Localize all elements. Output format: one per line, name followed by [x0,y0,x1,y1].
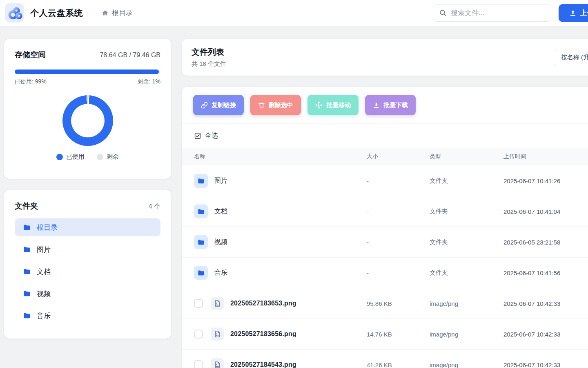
row-checkbox[interactable] [194,360,203,368]
legend-used-label: 已使用 [66,153,85,161]
breadcrumb-label: 根目录 [112,8,133,18]
row-time: 2025-06-07 10:42:33 [503,331,588,338]
storage-used-label: 已使用: 99% [15,78,47,85]
folder-icon [23,312,31,320]
table-row[interactable]: 音乐 - 文件夹 2025-06-07 10:41:56 [182,258,588,288]
search-box[interactable] [433,4,551,22]
row-type: image/png [430,300,503,307]
legend-free-dot [97,154,103,160]
row-name: 图片 [214,177,227,185]
upload-icon [569,9,577,17]
folder-icon [194,174,208,188]
row-time: 2025-06-07 10:42:33 [503,361,588,368]
select-all-label: 全选 [205,132,218,140]
batch-actions-bar: 复制链接 删除选中 批量移动 [182,87,588,124]
cloud-drive-app: 个人云盘系统 根目录 上传 存储空间 7 [0,0,588,368]
legend-free-label: 剩余 [107,153,119,161]
sidebar-item-documents[interactable]: 文档 [15,263,160,280]
upload-button[interactable]: 上传 [559,4,588,22]
storage-card: 存储空间 78.64 GB / 79.46 GB 已使用: 99% 剩余: 1%… [4,39,171,179]
row-type: image/png [430,331,503,338]
batch-move-label: 批量移动 [326,101,351,109]
sidebar-item-label: 音乐 [37,311,51,321]
folder-icon [23,289,31,298]
row-size: 41.26 KB [367,361,430,368]
legend-used-dot [56,154,63,160]
folders-card: 文件夹 4 个 根目录 图片 [4,190,171,339]
sidebar-item-label: 根目录 [37,223,58,232]
folder-list: 根目录 图片 文档 视 [15,218,160,325]
row-type: 文件夹 [430,238,503,246]
table-row[interactable]: 图片 - 文件夹 2025-06-07 10:41:26 [182,166,588,196]
sidebar-item-root[interactable]: 根目录 [15,218,160,236]
sort-button[interactable]: 按名称 (升序) [554,49,588,66]
sidebar-item-label: 图片 [37,245,51,254]
row-type: 文件夹 [430,177,503,185]
link-icon [201,102,208,109]
col-size: 大小 [367,153,430,160]
search-icon [439,9,447,17]
delete-selected-button[interactable]: 删除选中 [250,95,301,115]
row-time: 2025-06-07 10:41:26 [503,177,588,184]
row-time: 2025-06-07 10:41:04 [503,208,588,215]
row-size: - [367,269,430,276]
row-type: image/png [430,361,503,368]
search-input[interactable] [451,9,545,17]
move-icon [315,101,323,109]
row-type: 文件夹 [430,208,503,215]
cloud-logo-icon [7,6,22,20]
storage-progress-fill [15,70,159,74]
row-name: 音乐 [214,269,227,277]
folder-icon [23,223,31,231]
storage-free-label: 剩余: 1% [138,78,160,85]
row-time: 2025-06-05 23:21:58 [503,239,588,246]
delete-selected-label: 删除选中 [269,101,293,109]
table-row[interactable]: 20250527184543.png 41.26 KB image/png 20… [182,350,588,368]
checkbox-checked-icon [194,132,201,139]
table-row[interactable]: 文档 - 文件夹 2025-06-07 10:41:04 [182,196,588,227]
folder-icon [23,267,31,276]
batch-move-button[interactable]: 批量移动 [307,95,359,115]
breadcrumb[interactable]: 根目录 [102,8,133,18]
image-file-icon [211,328,224,341]
batch-download-label: 批量下载 [383,101,408,109]
batch-download-button[interactable]: 批量下载 [365,95,416,115]
storage-donut-chart [62,95,113,146]
row-checkbox[interactable] [194,299,203,308]
row-size: - [367,177,430,184]
folders-title: 文件夹 [15,201,38,211]
row-size: 14.76 KB [367,331,430,338]
col-type: 类型 [430,153,503,160]
row-name: 20250527183656.png [230,330,296,338]
sidebar-item-videos[interactable]: 视频 [15,285,160,303]
row-checkbox[interactable] [194,330,203,339]
row-name: 视频 [214,238,227,247]
folders-count: 4 个 [149,202,160,211]
row-size: - [367,239,430,246]
row-size: 95.86 KB [367,300,430,307]
home-icon [102,9,109,16]
row-time: 2025-06-07 10:42:33 [503,300,588,307]
copy-link-button[interactable]: 复制链接 [193,95,244,115]
storage-usage-text: 78.64 GB / 79.46 GB [100,52,160,59]
folder-icon [194,204,208,218]
storage-progress-track [15,70,160,74]
sidebar-item-pictures[interactable]: 图片 [15,240,160,258]
file-list-title: 文件列表 [192,47,226,58]
sidebar-item-music[interactable]: 音乐 [15,307,160,325]
col-name: 名称 [194,153,367,160]
table-row[interactable]: 20250527183656.png 14.76 KB image/png 20… [182,319,588,350]
trash-icon [258,102,265,109]
row-type: 文件夹 [430,269,503,277]
select-all-control[interactable]: 全选 [182,124,588,148]
table-row[interactable]: 视频 - 文件夹 2025-06-05 23:21:58 [182,227,588,258]
row-name: 文档 [214,207,227,216]
image-file-icon [211,358,224,368]
image-file-icon [211,297,224,310]
download-icon [373,102,380,109]
top-bar: 个人云盘系统 根目录 上传 [0,0,588,26]
table-row[interactable]: 20250527183653.png 95.86 KB image/png 20… [182,288,588,319]
app-logo [5,3,24,22]
main-content: 文件列表 共 18 个文件 按名称 (升序) 复制链接 [182,39,588,368]
storage-legend: 已使用 剩余 [56,153,119,161]
